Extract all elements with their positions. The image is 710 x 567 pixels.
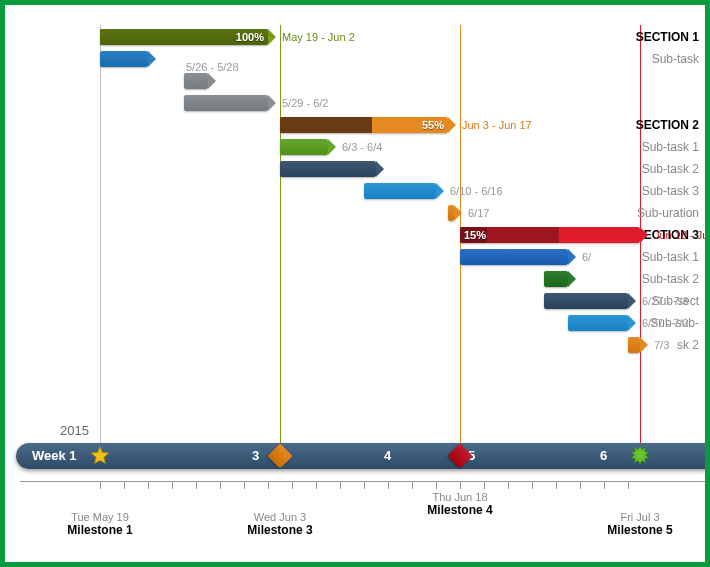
tick bbox=[100, 481, 101, 489]
task-row: Sub-task 16/ bbox=[5, 247, 705, 267]
task-row: Sub-task bbox=[5, 49, 705, 69]
tick bbox=[292, 481, 293, 489]
tick bbox=[580, 481, 581, 489]
section-bar: 55% bbox=[280, 117, 448, 133]
milestone-date: Wed Jun 3 bbox=[247, 511, 312, 523]
milestone-label: Thu Jun 18Milestone 4 bbox=[427, 491, 492, 517]
bar-date-label: 5/26 - 5/28 bbox=[186, 57, 239, 77]
tick bbox=[364, 481, 365, 489]
task-label: Sub-task 1 bbox=[428, 137, 705, 157]
milestone-label: Wed Jun 3Milestone 3 bbox=[247, 511, 312, 537]
section-row: SECTION 1100%May 19 - Jun 2 bbox=[5, 27, 705, 47]
bar-date-label: 6/17 bbox=[468, 203, 489, 223]
tick bbox=[220, 481, 221, 489]
year-label: 2015 bbox=[60, 423, 89, 438]
tick bbox=[604, 481, 605, 489]
bar-date-label: Jun 3 - Jun 17 bbox=[462, 115, 532, 135]
section-row: SECTION 255%Jun 3 - Jun 17 bbox=[5, 115, 705, 135]
task-bar bbox=[448, 205, 454, 221]
bar-date-label: May 19 - Jun 2 bbox=[282, 27, 355, 47]
gantt-chart-frame: SECTION 1100%May 19 - Jun 2Sub-task5/26 … bbox=[0, 0, 710, 567]
week-label: 6 bbox=[600, 443, 607, 469]
tick bbox=[628, 481, 629, 489]
task-bar bbox=[184, 95, 268, 111]
bar-date-label: 6/3 - 6/4 bbox=[342, 137, 382, 157]
tick bbox=[388, 481, 389, 489]
milestone-name: Milestone 5 bbox=[607, 523, 672, 537]
bar-date-label: 6/27 - 7/3 bbox=[642, 291, 688, 311]
task-label: Sub-task 2 bbox=[428, 159, 705, 179]
section-bar: 100% bbox=[100, 29, 268, 45]
week-label: 3 bbox=[252, 443, 259, 469]
milestone-name: Milestone 4 bbox=[427, 503, 492, 517]
tick bbox=[148, 481, 149, 489]
task-bar bbox=[544, 293, 628, 309]
milestone-date: Fri Jul 3 bbox=[607, 511, 672, 523]
gantt-chart: SECTION 1100%May 19 - Jun 2Sub-task5/26 … bbox=[5, 5, 705, 562]
bar-date-label: 6/10 - 6/16 bbox=[450, 181, 503, 201]
task-row: 5/29 - 6/2 bbox=[5, 93, 705, 113]
task-label: Sub-task 2 bbox=[164, 269, 705, 289]
milestone-star-icon bbox=[89, 445, 111, 467]
milestone-name: Milestone 3 bbox=[247, 523, 312, 537]
tick bbox=[268, 481, 269, 489]
week-label: Week 1 bbox=[32, 443, 77, 469]
task-row: Sub-task 2 bbox=[5, 159, 705, 179]
task-row: Sub-sect6/27 - 7/3 bbox=[5, 291, 705, 311]
section-row: SECTION 315%Jun 18 - Jul 3 bbox=[5, 225, 705, 245]
task-bar bbox=[280, 161, 376, 177]
task-row: Sub-task 36/10 - 6/16 bbox=[5, 181, 705, 201]
milestone-name: Milestone 1 bbox=[67, 523, 132, 537]
progress-percent: 55% bbox=[422, 117, 444, 133]
bar-date-label: 5/29 - 6/2 bbox=[282, 93, 328, 113]
task-row: Sub-task 2 bbox=[5, 269, 705, 289]
section-label: SECTION 1 bbox=[608, 27, 705, 47]
section-bar: 15% bbox=[460, 227, 640, 243]
bar-date-label: 7/3 bbox=[654, 335, 669, 355]
task-row: Sub-sub-6/27 - 7/2 bbox=[5, 313, 705, 333]
task-row: Sub-uration6/17 bbox=[5, 203, 705, 223]
tick bbox=[508, 481, 509, 489]
tick bbox=[532, 481, 533, 489]
milestone-burst-icon bbox=[629, 445, 651, 467]
tick bbox=[340, 481, 341, 489]
task-row: sk 27/3 bbox=[5, 335, 705, 355]
tick bbox=[196, 481, 197, 489]
task-bar bbox=[628, 337, 640, 353]
task-bar bbox=[364, 183, 436, 199]
bar-date-label: 6/27 - 7/2 bbox=[642, 313, 688, 333]
tick bbox=[124, 481, 125, 489]
tick bbox=[172, 481, 173, 489]
bar-date-label: 6/ bbox=[582, 247, 591, 267]
milestone-label: Tue May 19Milestone 1 bbox=[67, 511, 132, 537]
task-bar bbox=[100, 51, 148, 67]
task-bar bbox=[280, 139, 328, 155]
progress-percent: 100% bbox=[236, 29, 264, 45]
milestone-date: Tue May 19 bbox=[67, 511, 132, 523]
tick bbox=[316, 481, 317, 489]
task-label: Sub-task bbox=[608, 49, 705, 69]
task-bar bbox=[544, 271, 568, 287]
task-row: Sub-task 16/3 - 6/4 bbox=[5, 137, 705, 157]
tick bbox=[484, 481, 485, 489]
tick bbox=[556, 481, 557, 489]
task-bar bbox=[460, 249, 568, 265]
tick bbox=[436, 481, 437, 489]
week-label: 4 bbox=[384, 443, 391, 469]
milestone-label: Fri Jul 3Milestone 5 bbox=[607, 511, 672, 537]
tick bbox=[412, 481, 413, 489]
tick bbox=[244, 481, 245, 489]
bar-date-label: Jun 18 - Jul 3 bbox=[654, 225, 710, 245]
tick bbox=[460, 481, 461, 489]
milestone-date: Thu Jun 18 bbox=[427, 491, 492, 503]
task-row: 5/26 - 5/28 bbox=[5, 71, 705, 91]
progress-percent: 15% bbox=[464, 227, 636, 243]
task-label: sk 2 bbox=[80, 335, 705, 355]
task-bar bbox=[568, 315, 628, 331]
timeline-bar: Week 13456 bbox=[16, 443, 710, 469]
